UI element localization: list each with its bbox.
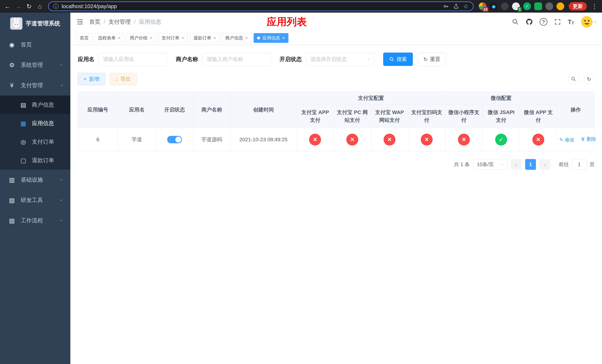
sidebar-item-merchant-info[interactable]: 商户信息: [0, 96, 70, 114]
back-icon[interactable]: [3, 1, 13, 11]
export-button[interactable]: 导出: [110, 73, 137, 85]
breadcrumb-home[interactable]: 首页: [89, 18, 100, 26]
wx-app-status-icon: [532, 134, 544, 146]
address-bar[interactable]: localhost:1024/pay/app: [48, 1, 473, 11]
extension-icon-4[interactable]: 1: [512, 2, 520, 10]
page-content: 应用名 商户名称 开启状态 请选择开启状态: [70, 45, 602, 364]
extension-icon-6[interactable]: [534, 2, 542, 10]
extension-icon-7[interactable]: [545, 2, 553, 10]
filter-status: 开启状态 请选择开启状态: [280, 53, 375, 66]
delete-label: 删除: [587, 136, 596, 142]
close-icon[interactable]: [282, 35, 285, 41]
search-button[interactable]: 搜索: [383, 53, 413, 66]
sidebar-item-home[interactable]: 首页: [0, 34, 70, 55]
sidebar-item-label: 首页: [21, 41, 32, 49]
col-header-wx-mini: 微信小程序支付: [445, 105, 483, 128]
export-button-label: 导出: [120, 75, 131, 83]
site-info-icon[interactable]: [53, 3, 59, 10]
col-header-alipay-qr: 支付宝扫码支付: [408, 105, 445, 128]
close-icon[interactable]: [118, 35, 120, 41]
key-icon[interactable]: [443, 3, 449, 9]
reload-icon[interactable]: [24, 1, 34, 11]
search-icon[interactable]: [512, 18, 519, 25]
browser-update-button[interactable]: 更新: [569, 2, 587, 11]
total-count: 共 1 条: [454, 161, 470, 168]
filter-merchant: 商户名称: [176, 53, 271, 66]
breadcrumb-pay[interactable]: 支付管理: [108, 18, 131, 26]
github-icon[interactable]: [526, 18, 533, 26]
tab-app-info[interactable]: 应用信息: [254, 33, 288, 43]
sidebar-item-pay[interactable]: 支付管理 ›: [0, 75, 70, 96]
page-1-button[interactable]: 1: [525, 159, 536, 170]
status-toggle[interactable]: [167, 136, 182, 143]
sidebar-item-label: 支付订单: [32, 138, 54, 146]
help-icon[interactable]: [540, 18, 547, 26]
prev-page-button[interactable]: [511, 159, 521, 170]
extension-icon-2[interactable]: ◆: [490, 2, 498, 10]
extension-icon-8[interactable]: [557, 2, 564, 10]
tab-refund-order[interactable]: 退款订单: [190, 33, 220, 43]
bookmark-star-icon[interactable]: [463, 3, 469, 10]
sidebar-item-refund-order[interactable]: 退款订单: [0, 151, 70, 170]
merchant-input[interactable]: [202, 53, 271, 66]
sidebar-item-label: 退款订单: [32, 157, 54, 164]
home-icon[interactable]: [35, 1, 45, 11]
close-icon[interactable]: [245, 35, 248, 41]
fullscreen-icon[interactable]: [554, 18, 561, 25]
data-table: 应用编号 应用名 开启状态 商户名称 创建时间 支付宝配置 微信配置 操作 支付…: [78, 91, 595, 151]
fontsize-icon[interactable]: [568, 18, 574, 26]
edit-link[interactable]: 修改: [559, 137, 574, 143]
toggle-search-button[interactable]: [568, 74, 579, 85]
refresh-icon: [423, 56, 428, 62]
chevron-down-icon: ›: [58, 179, 64, 181]
close-icon[interactable]: [214, 35, 216, 41]
avatar[interactable]: [581, 16, 593, 28]
sidebar-item-workflow[interactable]: 工作流程 ›: [0, 210, 70, 231]
cell-app-id: 6: [78, 128, 118, 151]
sidebar-item-label: 基础设施: [21, 176, 43, 184]
tab-merchant-info[interactable]: 商户信息: [222, 33, 251, 43]
share-icon[interactable]: [453, 3, 459, 9]
status-select-placeholder: 请选择开启状态: [311, 56, 347, 63]
reset-button[interactable]: 重置: [418, 53, 446, 66]
user-menu[interactable]: [581, 16, 596, 28]
extension-icon-1[interactable]: 10: [479, 2, 486, 10]
forward-icon[interactable]: [13, 1, 23, 11]
sidebar-item-pay-order[interactable]: 支付订单: [0, 133, 70, 151]
sidebar-item-label: 商户信息: [32, 101, 54, 109]
sidebar-item-devtools[interactable]: 研发工具 ›: [0, 190, 70, 210]
sidebar-item-app-info[interactable]: 应用信息: [0, 114, 70, 133]
goto-page-input[interactable]: [572, 159, 587, 170]
sidebar-item-infra[interactable]: 基础设施 ›: [0, 170, 70, 190]
sidebar-logo: 芋道管理系统: [0, 13, 70, 34]
sidebar-item-system[interactable]: 系统管理 ›: [0, 55, 70, 75]
tab-user-group[interactable]: 用户分组: [126, 33, 156, 43]
tab-pay-order[interactable]: 支付订单: [158, 33, 188, 43]
extension-badge-red: 10: [483, 7, 488, 12]
refund-icon: [20, 157, 27, 164]
workflow-icon: [8, 217, 16, 224]
close-icon[interactable]: [182, 35, 184, 41]
pencil-icon: [559, 137, 563, 143]
extension-icon-5[interactable]: ✓: [523, 2, 531, 10]
extension-icon-3[interactable]: [501, 2, 509, 10]
refresh-table-button[interactable]: [583, 74, 595, 85]
table-mini-actions: [568, 74, 595, 85]
page-size-select[interactable]: 10条/页: [473, 159, 507, 170]
delete-link[interactable]: 删除: [581, 136, 596, 142]
app-name-input[interactable]: [98, 53, 167, 66]
trash-icon: [581, 137, 585, 141]
browser-menu-icon[interactable]: [589, 1, 599, 11]
chevron-down-icon: [500, 164, 505, 165]
url-text[interactable]: localhost:1024/pay/app: [62, 3, 440, 10]
close-icon[interactable]: [150, 35, 152, 41]
status-select[interactable]: 请选择开启状态: [306, 53, 375, 66]
hamburger-icon[interactable]: [76, 18, 84, 26]
tab-home[interactable]: 首页: [76, 33, 92, 43]
tab-label: 应用信息: [262, 35, 280, 41]
add-button[interactable]: 新增: [78, 73, 105, 85]
tab-label: 流程表单: [98, 35, 116, 41]
edit-label: 修改: [565, 137, 574, 143]
tab-process-form[interactable]: 流程表单: [94, 33, 124, 43]
next-page-button[interactable]: [540, 159, 550, 170]
